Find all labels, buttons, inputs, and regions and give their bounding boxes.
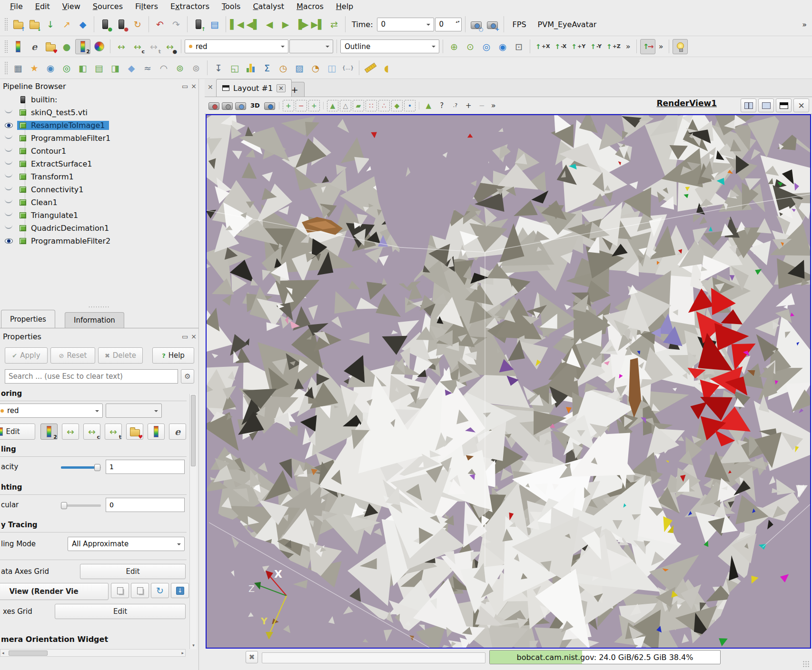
grow-selection-button[interactable]: + [462,99,475,112]
color-component-combobox-panel[interactable] [106,404,162,418]
vcr-loop-toggle[interactable]: ⇄ [327,17,342,32]
pipeline-item-programmablefilter2[interactable]: ProgrammableFilter2 [0,235,198,247]
close-layout-icon[interactable]: ✕ [277,84,286,92]
scroll-left-icon[interactable]: ◂ [2,650,4,655]
representation-combobox[interactable]: Outline [340,39,439,53]
menu-macros[interactable]: Macros [291,1,329,12]
render-view-3d[interactable]: XZY [206,114,811,649]
save-animation-button[interactable]: ◆ [75,17,90,32]
visibility-off-icon[interactable] [0,163,17,165]
extract-selection-button[interactable]: ▨ [292,60,307,76]
select-points-rect-button[interactable]: + [308,100,320,111]
visibility-off-icon[interactable] [0,215,17,216]
copy-screenshot-button[interactable] [234,99,247,112]
axes-toolbar-overflow[interactable]: » [656,42,666,51]
save-screenshot-view-button[interactable] [208,99,220,112]
probe-location-button[interactable]: ↧ [211,60,226,76]
glyph-filter-button[interactable]: ★ [27,60,42,76]
integrate-variables-button[interactable]: Σ [259,60,275,76]
menu-edit[interactable]: Edit [30,1,55,12]
maximize-view-button[interactable] [776,99,792,112]
select-cells-through-button[interactable]: ∷ [366,100,377,111]
choose-preset-button[interactable]: ♥ [43,39,58,54]
pipeline-item-resampletoimage1[interactable]: ResampleToImage1 [0,119,198,132]
light-kit-toggle[interactable] [673,39,688,54]
search-input[interactable] [5,369,178,384]
interactive-select-block-button[interactable]: ▲ [422,99,435,112]
reset-camera-button[interactable]: ◎ [479,39,494,54]
split-vertical-button[interactable] [758,99,774,112]
toolbar-grip[interactable] [4,18,8,31]
pipeline-item-quadricdecimation1[interactable]: QuadricDecimation1 [0,222,198,235]
selection-palette-button[interactable]: ▤ [207,17,222,32]
programmable-filter-button[interactable]: {...} [340,60,356,76]
ruler-button[interactable] [363,60,378,76]
vcr-step-forward-button[interactable]: ▐▶ [294,17,309,32]
extract-subset-button[interactable]: ◨ [108,60,123,76]
reset-button[interactable]: ⊘ Reset [50,347,95,364]
toolbar-grip[interactable] [4,40,8,53]
separate-colormap-button[interactable]: ● [59,39,74,54]
pipeline-item-contour1[interactable]: Contour1 [0,145,198,158]
zoom-camera-button[interactable]: ○ [469,17,484,32]
tab-properties[interactable]: Properties [1,310,55,328]
temporal-interpolator-button[interactable]: ◫ [324,60,339,76]
visibility-off-icon[interactable] [0,112,17,113]
camera-minus-x-button[interactable]: ↑-X [553,39,568,54]
slice-filter-button[interactable]: ▤ [91,60,107,76]
menu-tools[interactable]: Tools [217,1,246,12]
specular-input[interactable] [106,498,185,512]
pipeline-item-connectivity1[interactable]: Connectivity1 [0,183,198,196]
rescale-to-data-button[interactable]: ↔ [114,39,129,54]
rescale-to-data-button2[interactable]: ↔ [62,424,79,440]
visibility-off-icon[interactable] [0,176,17,177]
view-toolbar-overflow[interactable]: » [489,101,498,110]
camera-toolbar-overflow[interactable]: » [624,42,633,51]
select-points-polygon-button[interactable]: △ [340,100,351,111]
splitter-handle[interactable] [88,306,110,308]
menu-view[interactable]: View [57,1,86,12]
disconnect-server-button[interactable]: ● [114,17,129,32]
interactive-select-points-button[interactable]: • [404,100,416,111]
menu-catalyst[interactable]: Catalyst [248,1,289,12]
zoom-to-box-button[interactable]: ⊡ [511,39,526,54]
load-palette-button[interactable] [91,39,107,54]
abort-progress-button[interactable]: ✖ [246,651,258,663]
save-view-settings-button[interactable]: ↓ [171,583,189,598]
clip-filter-button[interactable]: ◧ [75,60,90,76]
plot-over-line-button[interactable]: ◱ [227,60,242,76]
time-index-spinbox[interactable]: 0▴▾ [435,18,462,31]
shading-mode-combobox[interactable]: All Approximate [68,537,185,551]
properties-vertical-scrollbar[interactable]: ▾ [189,394,197,649]
menu-extractors[interactable]: Extractors [165,1,215,12]
tab-information[interactable]: Information [65,312,124,328]
time-value-combobox[interactable]: 0 [377,18,434,31]
use-separate-opacity-toggle[interactable]: 2 [75,39,90,54]
help-button[interactable]: ? Help [152,347,194,364]
histogram-button[interactable] [243,60,258,76]
scroll-down-icon[interactable]: ▾ [190,641,197,649]
separate-colormap-toggle[interactable]: 2 [40,424,58,440]
add-camera-link-button[interactable]: + [485,17,500,32]
menu-file[interactable]: File [5,1,28,12]
visibility-off-icon[interactable] [0,202,17,203]
pipeline-item-triangulate1[interactable]: Triangulate1 [0,209,198,222]
data-axes-grid-edit-button[interactable]: Edit [80,564,186,579]
menu-sources[interactable]: Sources [88,1,128,12]
view-section-header-button[interactable]: View (Render Vie [0,583,109,600]
show-colorbar-toggle2[interactable] [148,424,165,440]
vcr-play-button[interactable]: ▶ [278,17,293,32]
select-cells-polygon-button[interactable]: ▲ [327,100,338,111]
delete-button[interactable]: ✖ Delete [98,347,143,364]
resize-grip[interactable] [802,660,810,668]
menu-help[interactable]: Help [331,1,358,12]
choose-preset-button2[interactable]: ♥ [126,424,143,440]
open-file-button[interactable]: ↑ [10,17,26,32]
visibility-off-icon[interactable] [0,189,17,190]
plot-selection-over-time-button[interactable]: ◷ [276,60,291,76]
visibility-off-icon[interactable] [0,150,17,152]
hover-points-button[interactable]: .? [449,99,462,112]
select-cells-rect-button[interactable]: + [283,100,294,111]
contour-filter-button[interactable]: ◎ [59,60,74,76]
pipeline-item-skinq-test5-vti[interactable]: skinQ_test5.vti [0,106,198,119]
